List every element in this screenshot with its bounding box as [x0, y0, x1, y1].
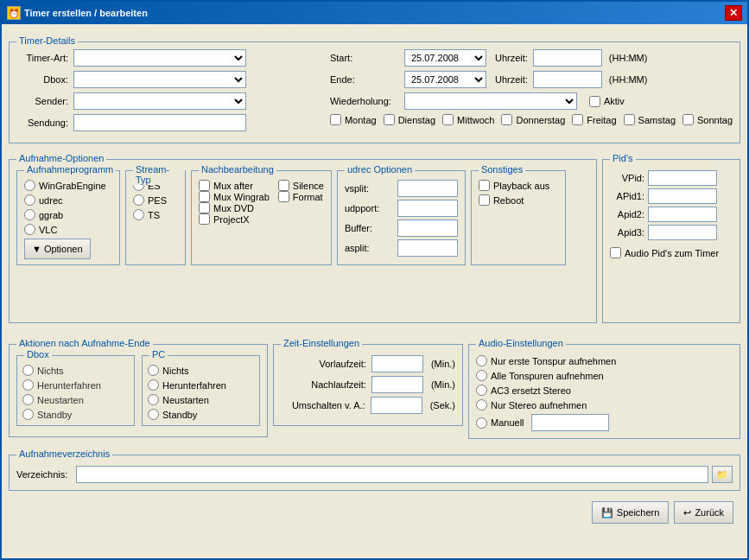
vlc-radio[interactable] [24, 224, 35, 235]
dienstag-checkbox[interactable] [384, 114, 395, 125]
donnerstag-label: Donnerstag [516, 115, 565, 125]
audio-pids-timer-label: Audio Pid's zum Timer [625, 248, 719, 258]
aufnahme-optionen-title: Aufnahme-Optionen [16, 153, 106, 163]
mux-after-checkbox[interactable] [199, 180, 210, 191]
apid1-input[interactable] [648, 188, 717, 204]
montag-checkbox[interactable] [330, 114, 341, 125]
optionen-button[interactable]: ▼ Optionen [24, 239, 91, 259]
pc-neustarten-label: Neustarten [162, 395, 209, 405]
nachbearbeitung-group: Nachbearbeitung Mux after Mux Wingrab Mu… [191, 170, 332, 265]
manuell-radio[interactable] [476, 417, 487, 429]
dienstag-label: Dienstag [398, 115, 435, 125]
buffer-input[interactable] [397, 220, 458, 237]
speichern-button[interactable]: 💾 Speichern [592, 501, 670, 524]
samstag-label: Samstag [638, 115, 676, 125]
timer-art-label: Timer-Art: [16, 53, 68, 63]
vorlaufzeit-input[interactable] [371, 355, 423, 372]
vpid-input[interactable] [648, 170, 717, 186]
close-button[interactable]: ✕ [725, 5, 742, 21]
ggrab-radio[interactable] [24, 209, 35, 220]
hhmm-label2: (HH:MM) [609, 74, 648, 85]
sender-select[interactable] [73, 92, 246, 110]
dbox-standby-radio[interactable] [22, 409, 34, 420]
dbox-select[interactable] [73, 71, 246, 88]
donnerstag-checkbox[interactable] [501, 114, 512, 125]
zeit-einstellungen-group: Zeit-Einstellungen Vorlaufzeit: (Min.) N… [273, 344, 463, 426]
vlc-label: VLC [39, 225, 57, 235]
format-checkbox[interactable] [278, 191, 289, 202]
aktiv-checkbox[interactable] [589, 96, 600, 107]
nur-erste-tonspur-label: Nur erste Tonspur aufnehmen [491, 356, 616, 366]
manuell-input[interactable] [531, 414, 609, 431]
umschalten-label: Umschalten v. A.: [281, 400, 365, 410]
silence-checkbox[interactable] [278, 180, 289, 191]
window-icon: ⏰ [7, 6, 21, 20]
start-date-select[interactable]: 25.07.2008 [404, 49, 486, 67]
pes-radio[interactable] [133, 194, 144, 206]
ac3-ersetzt-radio[interactable] [476, 385, 487, 396]
pc-nichts-label: Nichts [162, 366, 189, 376]
asplit-input[interactable] [397, 239, 458, 257]
apid2-label: Apid2: [610, 209, 644, 220]
pc-herunterfahren-radio[interactable] [148, 379, 159, 391]
uhrzeit-label1: Uhrzeit: [495, 53, 528, 63]
mittwoch-checkbox[interactable] [442, 114, 454, 125]
umschalten-input[interactable] [371, 397, 422, 414]
start-time-input[interactable] [533, 49, 602, 67]
pc-nichts-radio[interactable] [148, 365, 159, 376]
start-label: Start: [330, 53, 399, 63]
audio-pids-timer-checkbox[interactable] [610, 247, 621, 258]
alle-tonspuren-radio[interactable] [476, 370, 487, 381]
timer-details-title: Timer-Details [16, 35, 78, 46]
filter-icon: ▼ [32, 244, 41, 254]
ts-radio[interactable] [133, 209, 144, 220]
zeit-einstellungen-title: Zeit-Einstellungen [281, 338, 362, 348]
timer-art-select[interactable] [73, 49, 246, 67]
wingrab-label: WinGrabEngine [39, 181, 106, 191]
pc-aktionen-group: PC Nichts Herunterfahren Neustarten Stan… [142, 355, 260, 426]
main-window: ⏰ Timer erstellen / bearbeiten ✕ Timer-D… [0, 0, 749, 560]
vsplit-input[interactable] [397, 180, 458, 197]
folder-button[interactable]: 📁 [712, 466, 733, 483]
wiederholung-select[interactable] [404, 92, 577, 110]
montag-label: Montag [345, 115, 377, 125]
apid2-input[interactable] [648, 207, 717, 222]
reboot-checkbox[interactable] [479, 194, 490, 206]
mux-dvd-checkbox[interactable] [199, 202, 210, 213]
udpport-input[interactable] [397, 200, 458, 217]
mittwoch-label: Mittwoch [457, 115, 494, 125]
nachlaufzeit-input[interactable] [371, 376, 423, 393]
wingrab-radio[interactable] [24, 180, 35, 191]
dbox-herunterfahren-radio[interactable] [22, 379, 34, 391]
dbox-aktionen-title: Dbox [24, 349, 52, 360]
apid3-input[interactable] [648, 225, 717, 240]
udrec-optionen-title: udrec Optionen [345, 164, 415, 175]
dbox-nichts-radio[interactable] [22, 365, 34, 376]
sender-label: Sender: [16, 96, 68, 106]
dbox-neustarten-radio[interactable] [22, 394, 34, 405]
samstag-checkbox[interactable] [624, 114, 635, 125]
udrec-optionen-group: udrec Optionen vsplit: udpport: [337, 170, 466, 265]
ende-label: Ende: [330, 74, 399, 85]
ende-time-input[interactable] [533, 71, 602, 88]
aktionen-group: Aktionen nach Aufnahme-Ende Dbox Nichts … [9, 344, 268, 437]
reboot-label: Reboot [493, 195, 524, 206]
pc-standby-radio[interactable] [148, 409, 159, 420]
nur-stereo-radio[interactable] [476, 399, 487, 410]
sendung-input[interactable] [73, 114, 246, 131]
nur-erste-tonspur-radio[interactable] [476, 355, 487, 366]
sonntag-checkbox[interactable] [682, 114, 694, 125]
mux-wingrab-checkbox[interactable] [199, 191, 210, 202]
zurueck-button[interactable]: ↩ Zurück [674, 501, 733, 524]
udrec-label: udrec [39, 195, 63, 206]
playback-aus-checkbox[interactable] [479, 180, 490, 191]
ende-date-select[interactable]: 25.07.2008 [404, 71, 486, 88]
aktionen-title: Aktionen nach Aufnahme-Ende [16, 338, 153, 348]
verzeichnis-input[interactable] [76, 466, 708, 483]
sonstiges-group: Sonstiges Playback aus Reboot [471, 170, 566, 265]
pc-neustarten-radio[interactable] [148, 394, 159, 405]
freitag-checkbox[interactable] [572, 114, 583, 125]
format-label: Format [293, 192, 323, 202]
projectx-checkbox[interactable] [199, 213, 210, 225]
udrec-radio[interactable] [24, 194, 35, 206]
